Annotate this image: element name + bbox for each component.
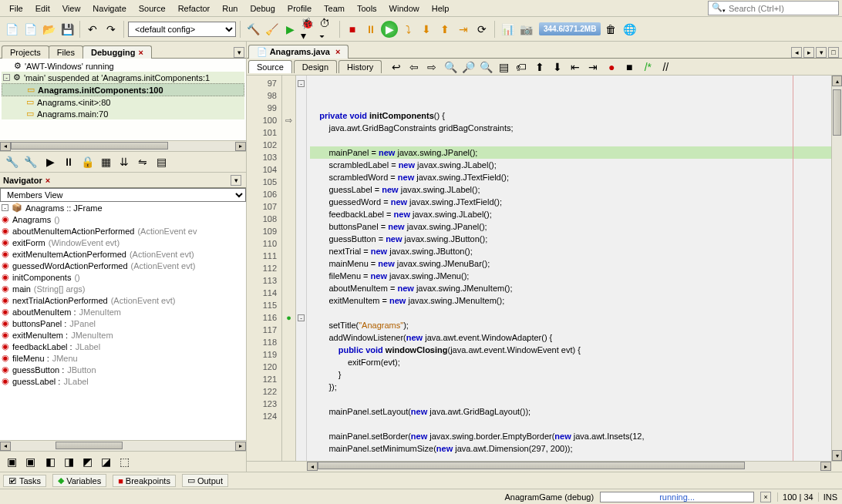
ed-next-bookmark-button[interactable]: ⬇ bbox=[549, 59, 566, 76]
run-button[interactable]: ▶ bbox=[281, 21, 298, 38]
hscroll[interactable]: ◂ ▸ bbox=[0, 140, 246, 151]
bottom-tab-tasks[interactable]: 🗹Tasks bbox=[3, 475, 46, 487]
resume-thread-button[interactable]: ▶ bbox=[42, 153, 59, 170]
show-monitors-button[interactable]: ⇊ bbox=[116, 153, 133, 170]
ed-uncomment-button[interactable]: // bbox=[657, 59, 674, 76]
members-view-select[interactable]: Members View bbox=[0, 188, 246, 202]
menu-help[interactable]: Help bbox=[426, 2, 456, 15]
nav-member[interactable]: ◉aboutMenuItem : JMenuItem bbox=[0, 306, 246, 318]
tab-debugging[interactable]: Debugging× bbox=[83, 45, 152, 59]
memory-indicator[interactable]: 344.6/371.2MB bbox=[539, 22, 601, 35]
scroll-up-button[interactable]: ▴ bbox=[832, 76, 842, 86]
editor-hscroll[interactable]: ◂ ▸ bbox=[247, 461, 842, 472]
nav-sort1-button[interactable]: ◧ bbox=[42, 453, 59, 470]
nav-member[interactable]: ◉main(String[] args) bbox=[0, 283, 246, 294]
ed-comment-button[interactable]: /* bbox=[639, 59, 656, 76]
nav-member[interactable]: ◉Anagrams() bbox=[0, 213, 246, 225]
new-file-button[interactable]: 📄 bbox=[3, 21, 20, 38]
collapse-icon[interactable]: - bbox=[3, 74, 10, 81]
nav-hscroll[interactable]: ◂ ▸ bbox=[0, 440, 246, 451]
menu-file[interactable]: File bbox=[3, 2, 29, 15]
ed-prev-bookmark-button[interactable]: ⬆ bbox=[531, 59, 548, 76]
new-project-button[interactable]: 📄 bbox=[22, 21, 39, 38]
close-icon[interactable]: × bbox=[335, 47, 340, 56]
scroll-thumb[interactable] bbox=[833, 89, 841, 136]
config-select[interactable]: <default config> bbox=[128, 22, 236, 37]
nav-filter2-button[interactable]: ▣ bbox=[22, 453, 39, 470]
scroll-right-button[interactable]: ▸ bbox=[820, 462, 831, 471]
ed-last-edit-button[interactable]: ↩ bbox=[388, 59, 405, 76]
scroll-down-button[interactable]: ▾ bbox=[832, 450, 842, 461]
nav-member[interactable]: ◉feedbackLabel : JLabel bbox=[0, 341, 246, 352]
menu-team[interactable]: Team bbox=[318, 2, 351, 15]
take-heapdump-button[interactable]: 📷 bbox=[517, 21, 534, 38]
ed-back-button[interactable]: ⇦ bbox=[406, 59, 423, 76]
ed-macro-rec-button[interactable]: ● bbox=[603, 59, 620, 76]
take-snapshot-button[interactable]: 📊 bbox=[499, 21, 516, 38]
suspend-thread-button[interactable]: ⏸ bbox=[60, 153, 77, 170]
apply-code-changes-button[interactable]: ⟳ bbox=[473, 21, 490, 38]
continue-button[interactable]: ▶ bbox=[381, 21, 398, 38]
clean-build-button[interactable]: 🧹 bbox=[263, 21, 280, 38]
nav-sort3-button[interactable]: ◩ bbox=[79, 453, 96, 470]
maximize-button[interactable]: □ bbox=[828, 47, 839, 58]
search-input[interactable] bbox=[729, 4, 835, 13]
scroll-left-button[interactable]: ◂ bbox=[307, 462, 318, 471]
stop-button[interactable]: ■ bbox=[344, 21, 361, 38]
show-suspend-button[interactable]: ▤ bbox=[153, 153, 170, 170]
menu-refactor[interactable]: Refactor bbox=[172, 2, 217, 15]
debug-button[interactable]: 🐞▾ bbox=[300, 21, 317, 38]
bottom-tab-breakpoints[interactable]: ■Breakpoints bbox=[113, 475, 176, 487]
menu-run[interactable]: Run bbox=[216, 2, 244, 15]
subtab-source[interactable]: Source bbox=[248, 60, 292, 73]
tab-files[interactable]: Files bbox=[49, 45, 83, 59]
nav-member[interactable]: ◉aboutMenuItemActionPerformed(ActionEven… bbox=[0, 225, 246, 237]
new-watch-button[interactable]: 🔧 bbox=[3, 153, 20, 170]
bottom-tab-output[interactable]: ▭Output bbox=[182, 474, 228, 487]
threads-button[interactable]: ▦ bbox=[97, 153, 114, 170]
quick-search[interactable]: 🔍▾ bbox=[708, 1, 839, 15]
thread-row[interactable]: ⚙'AWT-Windows' running bbox=[2, 60, 244, 72]
sessions-button[interactable]: 🔧 bbox=[22, 153, 39, 170]
vscroll[interactable]: ▴ ▾ bbox=[831, 76, 842, 461]
ed-macro-stop-button[interactable]: ■ bbox=[621, 59, 638, 76]
open-button[interactable]: 📂 bbox=[40, 21, 57, 38]
nav-class-root[interactable]: -📦Anagrams :: JFrame bbox=[0, 202, 246, 213]
undo-button[interactable]: ↶ bbox=[84, 21, 101, 38]
stack-frame[interactable]: ▭Anagrams.<init>:80 bbox=[2, 96, 244, 108]
gc-button[interactable]: 🗑 bbox=[602, 21, 619, 38]
nav-member[interactable]: ◉exitMenuItem : JMenuItem bbox=[0, 329, 246, 341]
nav-member[interactable]: ◉exitMenuItemActionPerformed(ActionEvent… bbox=[0, 248, 246, 260]
ed-shift-left-button[interactable]: ⇤ bbox=[567, 59, 584, 76]
nav-member[interactable]: ◉exitForm(WindowEvent evt) bbox=[0, 237, 246, 248]
close-icon[interactable]: × bbox=[138, 48, 143, 57]
step-out-button[interactable]: ⬆ bbox=[436, 21, 453, 38]
profile-button[interactable]: ⏱▾ bbox=[318, 21, 335, 38]
tab-projects[interactable]: Projects bbox=[2, 45, 49, 59]
thread-row-suspended[interactable]: -⚙'main' suspended at 'Anagrams.initComp… bbox=[2, 72, 244, 83]
fold-gutter[interactable]: -- bbox=[296, 76, 307, 461]
ed-find-next-button[interactable]: 🔍 bbox=[477, 59, 494, 76]
editor-tab-anagrams[interactable]: 📄 Anagrams.java × bbox=[248, 45, 349, 59]
nav-member[interactable]: ◉guessedWordActionPerformed(ActionEvent … bbox=[0, 260, 246, 271]
menu-window[interactable]: Window bbox=[383, 2, 426, 15]
stack-frame[interactable]: ▭Anagrams.main:70 bbox=[2, 108, 244, 119]
minimize-button[interactable]: ▾ bbox=[231, 175, 241, 186]
nav-member[interactable]: ◉initComponents() bbox=[0, 271, 246, 283]
subtab-history[interactable]: History bbox=[338, 60, 382, 73]
pause-button[interactable]: ⏸ bbox=[362, 21, 379, 38]
menu-debug[interactable]: Debug bbox=[244, 2, 281, 15]
nav-sort5-button[interactable]: ⬚ bbox=[116, 453, 133, 470]
ed-fwd-button[interactable]: ⇨ bbox=[423, 59, 440, 76]
nav-member[interactable]: ◉guessLabel : JLabel bbox=[0, 375, 246, 387]
nav-member[interactable]: ◉guessButton : JButton bbox=[0, 364, 246, 375]
menu-navigate[interactable]: Navigate bbox=[86, 2, 132, 15]
scroll-left-button[interactable]: ◂ bbox=[0, 142, 11, 151]
run-to-cursor-button[interactable]: ⇥ bbox=[455, 21, 472, 38]
tab-prev-button[interactable]: ◂ bbox=[791, 47, 802, 58]
ed-toggle-hl-button[interactable]: ▤ bbox=[495, 59, 512, 76]
nav-member[interactable]: ◉fileMenu : JMenu bbox=[0, 352, 246, 364]
menu-edit[interactable]: Edit bbox=[29, 2, 56, 15]
ed-toggle-bookmark-button[interactable]: 🏷 bbox=[513, 59, 530, 76]
bottom-tab-variables[interactable]: ◆Variables bbox=[52, 474, 106, 487]
